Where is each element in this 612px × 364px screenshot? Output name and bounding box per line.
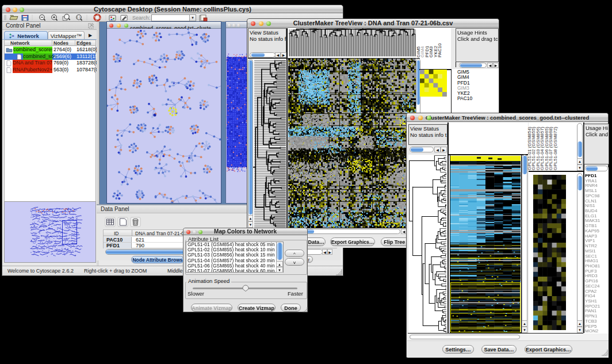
svg-text:Search:: Search: bbox=[132, 15, 150, 21]
svg-text:1:1: 1:1 bbox=[77, 16, 81, 19]
